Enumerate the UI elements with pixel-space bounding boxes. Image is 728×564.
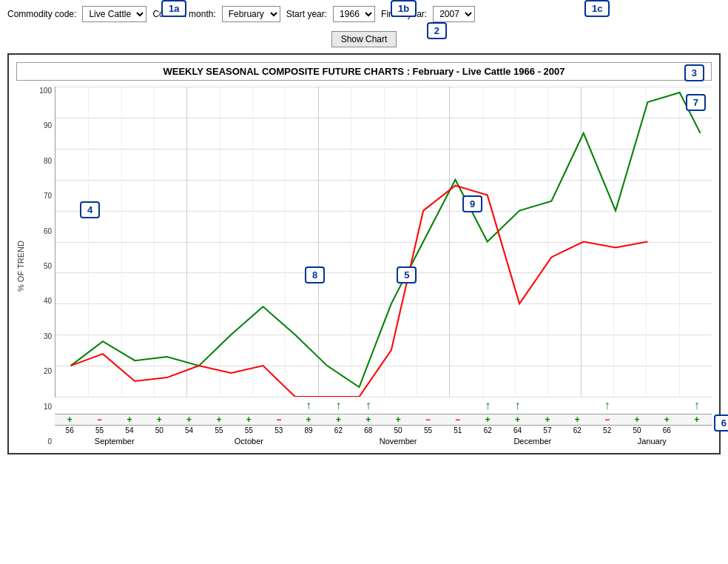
- chart-svg: [55, 87, 712, 397]
- start-year-select[interactable]: 1966: [333, 6, 375, 22]
- contract-label: Contract month:: [152, 9, 215, 19]
- y-axis-label: % OF TREND: [16, 87, 25, 446]
- month-labels-row: September October November December Janu…: [55, 437, 712, 446]
- month-november: November: [323, 437, 473, 446]
- callout-8-wrapper: 8: [305, 266, 325, 283]
- plot-area: 5 8 9: [55, 87, 712, 397]
- numbers-row: 56 55 54 50 54 55 55 53 89 62 68 50 55 5…: [55, 426, 712, 434]
- month-december: December: [473, 437, 592, 446]
- callout-5-wrapper: 5: [397, 266, 417, 283]
- y-axis: 100 90 80 70 60 50 40 30 20 10 0: [28, 87, 55, 446]
- callout-9-wrapper: 9: [462, 195, 482, 212]
- contract-select[interactable]: February: [222, 6, 280, 22]
- show-chart-button[interactable]: Show Chart: [331, 31, 397, 47]
- bottom-section: ↑ ↑ ↑ ↑ ↑ ↑ ↑ +: [55, 397, 712, 446]
- green-line: [71, 93, 701, 387]
- callout-6: 6: [714, 414, 728, 432]
- red-line: [71, 186, 648, 397]
- chart-inner: 100 90 80 70 60 50 40 30 20 10 0 4: [28, 87, 712, 446]
- month-september: September: [55, 437, 174, 446]
- controls-bar: 1a 1b 1c Commodity code: Live Cattle Con…: [0, 0, 728, 28]
- finish-year-label: Finish year:: [381, 9, 427, 19]
- commodity-label: Commodity code:: [7, 9, 76, 19]
- chart-container: WEEKLY SEASONAL COMPOSITE FUTURE CHARTS …: [7, 53, 721, 454]
- callout-1c: 1c: [584, 0, 610, 17]
- finish-year-select[interactable]: 2007: [433, 6, 475, 22]
- start-year-label: Start year:: [286, 9, 327, 19]
- commodity-select[interactable]: Live Cattle: [82, 6, 146, 22]
- month-january: January: [593, 437, 712, 446]
- chart-area: % OF TREND 100 90 80 70 60 50 40 30 20 1…: [16, 87, 712, 446]
- show-chart-area: 2 Show Chart: [0, 28, 728, 53]
- arrows-row: ↑ ↑ ↑ ↑ ↑ ↑ ↑: [55, 397, 712, 414]
- pm-row: + − + + + + + − + + + + − − + + +: [55, 414, 712, 426]
- month-october: October: [174, 437, 323, 446]
- callout-4: 4: [80, 201, 100, 218]
- h-grid-0: [55, 397, 712, 397]
- chart-title: WEEKLY SEASONAL COMPOSITE FUTURE CHARTS …: [16, 62, 712, 81]
